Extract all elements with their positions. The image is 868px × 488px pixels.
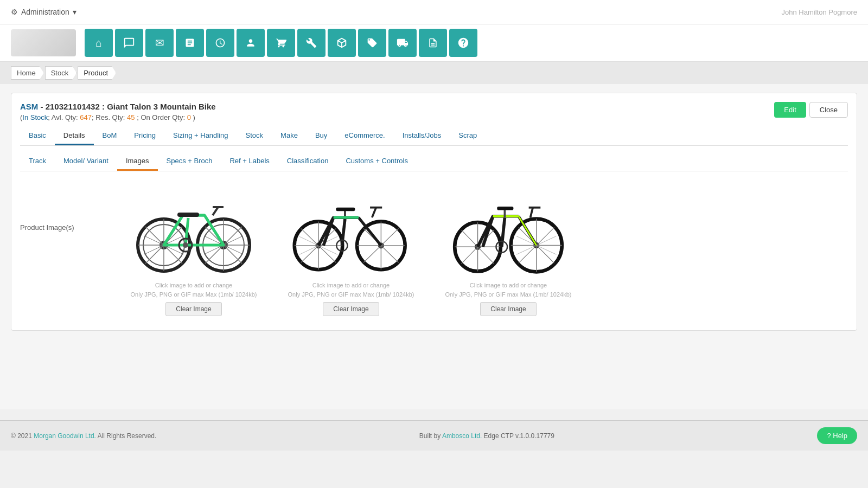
tab-pricing[interactable]: Pricing — [125, 127, 164, 145]
breadcrumb: Home Stock Product — [0, 62, 868, 84]
tab-installs[interactable]: Installs/Jobs — [394, 127, 450, 145]
tags-toolbar-btn[interactable] — [358, 29, 386, 57]
help-button[interactable]: ? Help — [817, 427, 857, 444]
tools-toolbar-btn[interactable] — [297, 29, 326, 57]
image-caption-3: Click image to add or change Only JPG, P… — [445, 281, 572, 299]
footer-builder-info: Built by Ambosco Ltd. Edge CTP v.1.0.0.1… — [419, 432, 554, 440]
tab-classification[interactable]: Classification — [278, 152, 337, 171]
image-item-2: Click image to add or change Only JPG, P… — [280, 185, 422, 316]
documents-toolbar-btn[interactable] — [419, 29, 447, 57]
tab-sizing[interactable]: Sizing + Handling — [164, 127, 237, 145]
product-subtitle: (In Stock; Avl. Qty: 647; Res. Qty: 45 ;… — [20, 113, 216, 121]
svg-line-44 — [342, 219, 345, 246]
tab-ref-labels[interactable]: Ref + Labels — [221, 152, 278, 171]
images-grid: Click image to add or change Only JPG, P… — [123, 185, 579, 316]
tab-buy[interactable]: Buy — [307, 127, 336, 145]
svg-rect-23 — [177, 213, 199, 217]
avl-qty: 647 — [80, 113, 92, 121]
admin-label: Administration — [21, 8, 69, 16]
tab-specs[interactable]: Specs + Broch — [158, 152, 221, 171]
image-caption-2: Click image to add or change Only JPG, P… — [288, 281, 414, 299]
svg-rect-46 — [336, 208, 355, 211]
footer-company[interactable]: Morgan Goodwin Ltd. — [34, 432, 96, 440]
images-row: Product Image(s) — [20, 185, 848, 316]
tab-make[interactable]: Make — [272, 127, 307, 145]
dropdown-arrow: ▾ — [73, 8, 76, 16]
contacts-toolbar-btn[interactable] — [237, 29, 265, 57]
tab-track[interactable]: Track — [20, 152, 55, 171]
svg-line-47 — [372, 208, 376, 217]
svg-line-22 — [186, 218, 188, 245]
delivery-toolbar-btn[interactable] — [388, 29, 417, 57]
avl-label: Avl. Qty: — [52, 113, 78, 121]
tab-details[interactable]: Details — [55, 127, 94, 145]
bike-image-3[interactable] — [438, 185, 579, 278]
icon-toolbar: ⌂ ✉ — [0, 24, 868, 62]
product-title: ASM - 210321101432 : Giant Talon 3 Mount… — [20, 102, 216, 111]
logo — [11, 29, 76, 56]
svg-line-72 — [530, 208, 533, 218]
svg-line-24 — [213, 207, 218, 215]
product-header: ASM - 210321101432 : Giant Talon 3 Mount… — [20, 102, 848, 121]
images-label: Product Image(s) — [20, 185, 91, 232]
bike-image-2[interactable] — [280, 185, 422, 278]
stock-status: In Stock — [22, 113, 48, 121]
svg-point-27 — [183, 242, 188, 248]
tab-model-variant[interactable]: Model/ Variant — [55, 152, 117, 171]
image-item-1: Click image to add or change Only JPG, P… — [123, 185, 264, 316]
footer-builder[interactable]: Ambosco Ltd. — [442, 432, 482, 440]
primary-tabs: Basic Details BoM Pricing Sizing + Handl… — [20, 127, 848, 146]
product-code: ASM — [20, 102, 38, 111]
inventory-toolbar-btn[interactable] — [328, 29, 356, 57]
res-qty: 45 — [127, 113, 135, 121]
product-card: ASM - 210321101432 : Giant Talon 3 Mount… — [11, 93, 857, 331]
image-caption-1: Click image to add or change Only JPG, P… — [131, 281, 257, 299]
product-separator: - — [38, 102, 45, 111]
clear-image-btn-2[interactable]: Clear Image — [323, 302, 379, 316]
gear-icon: ⚙ — [11, 8, 18, 16]
breadcrumb-home[interactable]: Home — [11, 66, 44, 80]
order-qty: 0 — [187, 113, 191, 121]
tab-basic[interactable]: Basic — [20, 127, 55, 145]
schedule-toolbar-btn[interactable] — [206, 29, 234, 57]
header-buttons: Edit Close — [774, 102, 848, 118]
close-button[interactable]: Close — [809, 102, 848, 118]
admin-menu[interactable]: ⚙ Administration ▾ — [11, 8, 76, 16]
main-content: ASM - 210321101432 : Giant Talon 3 Mount… — [0, 84, 868, 409]
images-section: Product Image(s) — [20, 180, 848, 322]
help-toolbar-btn[interactable] — [449, 29, 477, 57]
tab-scrap[interactable]: Scrap — [450, 127, 486, 145]
chat-toolbar-btn[interactable] — [115, 29, 143, 57]
footer-copyright: © 2021 Morgan Goodwin Ltd. All Rights Re… — [11, 432, 156, 440]
product-ref: 210321101432 — [46, 102, 100, 111]
tab-ecommerce[interactable]: eCommerce. — [336, 127, 393, 145]
breadcrumb-stock[interactable]: Stock — [45, 66, 77, 80]
tab-bom[interactable]: BoM — [94, 127, 126, 145]
user-info: John Hamilton Pogmore — [782, 8, 857, 16]
home-toolbar-btn[interactable]: ⌂ — [85, 29, 113, 57]
clear-image-btn-3[interactable]: Clear Image — [480, 302, 536, 316]
mail-toolbar-btn[interactable]: ✉ — [145, 29, 174, 57]
tab-stock[interactable]: Stock — [237, 127, 272, 145]
edit-button[interactable]: Edit — [774, 102, 806, 118]
tab-customs[interactable]: Customs + Controls — [337, 152, 417, 171]
image-item-3: Click image to add or change Only JPG, P… — [438, 185, 579, 316]
bike-image-1[interactable] — [123, 185, 264, 278]
res-label: Res. Qty: — [95, 113, 125, 121]
notes-toolbar-btn[interactable] — [176, 29, 204, 57]
tab-images[interactable]: Images — [117, 152, 158, 171]
product-name: Giant Talon 3 Mountain Bike — [107, 102, 216, 111]
cart-toolbar-btn[interactable] — [267, 29, 295, 57]
footer: © 2021 Morgan Goodwin Ltd. All Rights Re… — [0, 420, 868, 451]
order-label: On Order Qty: — [141, 113, 185, 121]
secondary-tabs: Track Model/ Variant Images Specs + Broc… — [20, 152, 848, 171]
top-bar: ⚙ Administration ▾ John Hamilton Pogmore — [0, 0, 868, 24]
clear-image-btn-1[interactable]: Clear Image — [165, 302, 221, 316]
breadcrumb-product[interactable]: Product — [78, 66, 116, 80]
svg-rect-71 — [497, 207, 513, 210]
